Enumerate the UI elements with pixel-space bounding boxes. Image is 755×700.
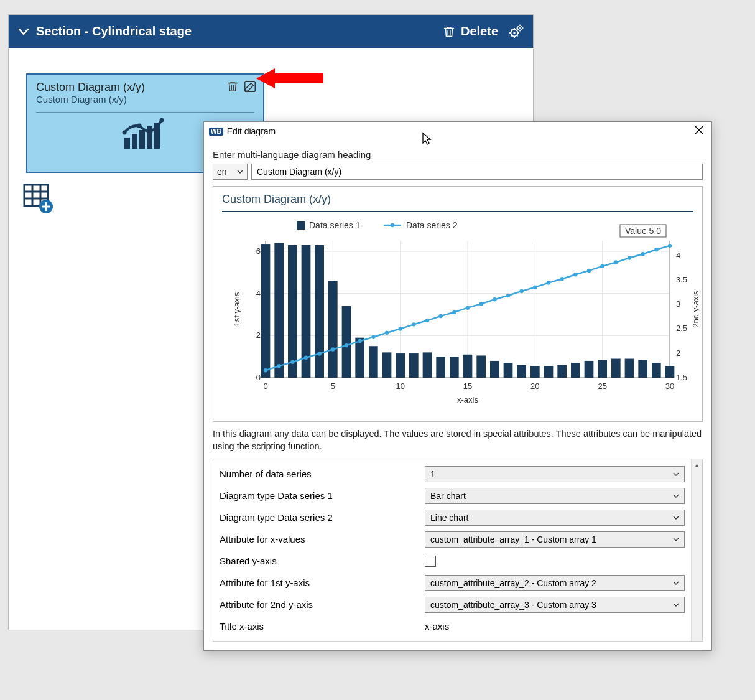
select-type1[interactable]: Bar chart (425, 488, 685, 504)
diagram-heading-input[interactable] (251, 164, 703, 180)
delete-section-button[interactable]: Delete (442, 24, 498, 39)
svg-point-100 (304, 356, 308, 360)
form-scrollbar[interactable]: ▴ (691, 459, 702, 641)
svg-rect-94 (638, 360, 647, 378)
svg-rect-17 (124, 138, 130, 149)
svg-rect-66 (261, 244, 271, 378)
svg-point-104 (358, 339, 361, 343)
svg-point-108 (412, 322, 415, 326)
chevron-down-icon (673, 602, 679, 608)
svg-point-120 (573, 273, 577, 276)
svg-rect-95 (652, 363, 661, 378)
svg-point-11 (519, 27, 521, 28)
svg-point-112 (466, 306, 470, 309)
svg-rect-68 (288, 245, 297, 378)
svg-rect-81 (463, 355, 473, 378)
svg-rect-78 (423, 352, 432, 378)
svg-line-6 (511, 29, 512, 30)
select-attr-y2[interactable]: custom_attribute_array_3 - Custom array … (425, 597, 685, 613)
svg-text:2: 2 (676, 348, 680, 358)
svg-rect-84 (504, 363, 513, 378)
svg-text:20: 20 (530, 381, 539, 391)
svg-rect-93 (625, 359, 634, 378)
heading-label: Enter multi-language diagram heading (213, 149, 703, 160)
chevron-down-icon (237, 169, 243, 175)
svg-rect-83 (490, 361, 499, 378)
svg-point-103 (345, 343, 348, 347)
label-attr-x: Attribute for x-values (220, 534, 425, 544)
svg-text:30: 30 (665, 381, 674, 391)
svg-text:2: 2 (256, 330, 261, 340)
chart-canvas: 02460510152025301.522.533.54x-axis1st y-… (222, 216, 701, 415)
svg-point-98 (277, 364, 280, 368)
svg-point-134 (391, 223, 394, 227)
svg-rect-91 (598, 360, 607, 378)
svg-point-99 (290, 360, 294, 364)
svg-text:2nd y-axis: 2nd y-axis (691, 291, 700, 328)
svg-rect-79 (436, 357, 445, 378)
svg-text:6: 6 (256, 246, 261, 256)
svg-point-110 (438, 314, 442, 318)
svg-point-118 (547, 281, 550, 284)
label-title-x: Title x-axis (220, 621, 425, 632)
scroll-up-icon[interactable]: ▴ (692, 459, 702, 469)
app-badge-icon: WB (209, 128, 223, 136)
chevron-down-icon (673, 580, 679, 586)
svg-rect-92 (611, 359, 621, 378)
svg-text:4: 4 (676, 251, 680, 260)
chevron-down-icon (673, 471, 679, 477)
svg-point-119 (560, 277, 563, 281)
select-type2[interactable]: Line chart (425, 510, 685, 526)
dialog-close-button[interactable] (692, 125, 706, 138)
svg-text:2.5: 2.5 (676, 324, 687, 333)
svg-point-115 (506, 294, 510, 297)
svg-point-1 (513, 32, 515, 34)
settings-gear-icon[interactable] (508, 24, 524, 40)
svg-point-125 (641, 252, 644, 256)
select-num-series[interactable]: 1 (425, 466, 685, 482)
card-delete-icon[interactable] (226, 80, 239, 96)
svg-text:Value 5.0: Value 5.0 (625, 226, 661, 236)
svg-text:4: 4 (256, 289, 261, 298)
svg-text:0: 0 (256, 373, 261, 382)
svg-text:25: 25 (598, 381, 606, 391)
add-table-button[interactable] (22, 183, 53, 217)
svg-text:Data series 1: Data series 1 (309, 220, 361, 230)
svg-marker-34 (256, 68, 323, 88)
svg-point-126 (654, 248, 658, 251)
language-select[interactable]: en (213, 164, 248, 180)
svg-text:1.5: 1.5 (676, 373, 687, 382)
label-attr-y1: Attribute for 1st y-axis (220, 577, 425, 588)
select-attr-x[interactable]: custom_attribute_array_1 - Custom array … (425, 531, 685, 548)
svg-text:Data series 2: Data series 2 (406, 220, 458, 230)
svg-text:3: 3 (676, 299, 680, 309)
dialog-titlebar: WB Edit diagram (204, 122, 711, 141)
checkbox-shared-y[interactable] (425, 556, 436, 567)
card-edit-icon[interactable] (243, 80, 257, 96)
label-attr-y2: Attribute for 2nd y-axis (220, 599, 425, 610)
svg-point-102 (331, 347, 335, 351)
red-arrow-annotation (256, 67, 325, 92)
svg-line-9 (517, 29, 518, 30)
svg-rect-77 (409, 353, 419, 378)
chevron-down-icon[interactable] (17, 26, 30, 38)
svg-point-117 (533, 285, 537, 289)
card-subtitle: Custom Diagram (x/y) (36, 94, 254, 105)
svg-point-121 (587, 269, 591, 273)
chevron-down-icon (673, 536, 679, 543)
svg-rect-82 (476, 355, 486, 378)
svg-rect-67 (274, 243, 284, 378)
svg-point-101 (317, 352, 321, 355)
svg-point-23 (137, 124, 141, 128)
svg-rect-90 (585, 361, 594, 378)
svg-rect-71 (328, 281, 338, 378)
svg-point-113 (479, 302, 483, 306)
svg-point-124 (628, 256, 631, 259)
section-title: Section - Cylindrical stage (36, 24, 192, 39)
svg-text:5: 5 (331, 381, 335, 391)
label-type1: Diagram type Data series 1 (220, 490, 425, 501)
select-attr-y1[interactable]: custom_attribute_array_2 - Custom array … (425, 575, 685, 591)
delete-label: Delete (461, 24, 498, 39)
svg-point-22 (122, 131, 126, 135)
svg-rect-74 (369, 346, 378, 378)
